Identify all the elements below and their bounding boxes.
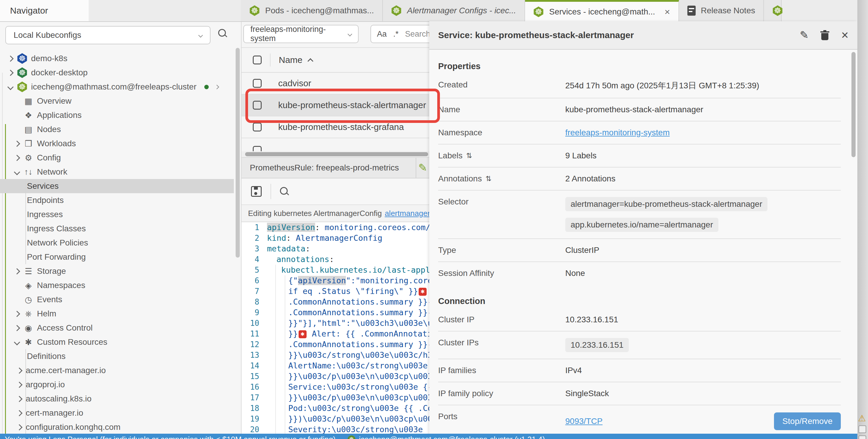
code-line: 11}}✱ Alert: {{ .CommonAnnotati	[241, 329, 429, 339]
property-label: Created	[438, 80, 565, 90]
sidebar-item-helm[interactable]: ⎈Helm	[0, 307, 234, 321]
edit-rule-button[interactable]: ✎	[416, 158, 429, 178]
row-checkbox[interactable]	[253, 101, 261, 110]
chevron-right-icon[interactable]	[16, 396, 23, 402]
chevron-right-icon[interactable]	[16, 381, 23, 387]
chevron-down-icon[interactable]	[14, 169, 20, 175]
sidebar-item-ingress-classes[interactable]: Ingress Classes	[0, 222, 234, 236]
horizontal-scrollbar[interactable]	[241, 151, 429, 158]
sidebar-item-acme-cert-manager-io[interactable]: acme.cert-manager.io	[0, 363, 234, 377]
chevron-down-icon[interactable]	[7, 83, 13, 90]
table-row-kube-prometheus-stack-grafana[interactable]: kube-prometheus-stack-grafana	[241, 116, 429, 138]
sidebar-item-namespaces[interactable]: ◈Namespaces	[0, 278, 234, 293]
yaml-editor[interactable]: 1apiVersion: monitoring.coreos.com/v12ki…	[241, 222, 429, 439]
chevron-right-icon[interactable]	[14, 310, 20, 317]
active-cluster-status[interactable]: ☸ icecheng@mathmast.com@freeleaps-cluste…	[348, 435, 545, 439]
sidebar-item-icecheng-mathmast-com-freeleaps-cluster[interactable]: ☸icecheng@mathmast.com@freeleaps-cluster	[0, 80, 234, 94]
sidebar-item-definitions[interactable]: Definitions	[0, 349, 234, 363]
sidebar-item-network-policies[interactable]: Network Policies	[0, 236, 234, 250]
events-icon: ◷	[23, 295, 33, 305]
sidebar-item-custom-resources[interactable]: ✱Custom Resources	[0, 335, 234, 349]
sidebar-item-docker-desktop[interactable]: ☸docker-desktop	[0, 66, 234, 80]
tab-clipped[interactable]: ☸	[764, 0, 782, 21]
sidebar-item-port-forwarding[interactable]: Port Forwarding	[0, 250, 234, 264]
row-checkbox[interactable]	[253, 79, 261, 88]
sidebar-search-button[interactable]	[218, 28, 228, 40]
sidebar-item-services[interactable]: Services	[0, 179, 234, 193]
chevron-right-icon[interactable]	[14, 325, 20, 331]
kubeconfig-select[interactable]: Local Kubeconfigs	[5, 26, 211, 44]
regex-icon[interactable]: .*	[393, 30, 399, 39]
table-row-cadvisor[interactable]: cadvisor	[241, 73, 429, 95]
table-row-kube-prometheus-stack-alertmanager[interactable]: kube-prometheus-stack-alertmanager	[241, 95, 429, 116]
sidebar-item-configuration-konghq-com[interactable]: configuration.konghq.com	[0, 420, 234, 434]
save-icon[interactable]	[251, 186, 261, 197]
table-row[interactable]	[241, 138, 429, 151]
panel-scrollbar[interactable]	[851, 52, 856, 157]
chevron-right-icon[interactable]	[16, 424, 23, 430]
port-action-button[interactable]: Stop/Remove	[774, 412, 841, 430]
toolbar-divider	[271, 184, 271, 199]
row-checkbox[interactable]	[253, 146, 261, 151]
chevron-right-icon[interactable]	[16, 367, 23, 373]
line-number: 10	[241, 318, 267, 329]
status-bar: You're using Lens Personal (for individu…	[0, 434, 857, 439]
select-all-checkbox[interactable]	[253, 56, 261, 64]
delete-service-button[interactable]	[820, 30, 829, 40]
close-tab-icon[interactable]: ×	[664, 6, 670, 18]
tab-alertmanager-configs-icec-[interactable]: ☸Alertmanager Configs - icec...	[383, 0, 525, 21]
line-number: 9	[241, 307, 267, 318]
sidebar-item-applications[interactable]: ❖Applications	[0, 108, 234, 122]
match-case-icon[interactable]: Aa	[377, 30, 387, 39]
editor-search-icon[interactable]	[279, 187, 289, 197]
editing-resource-link[interactable]: alertmanager	[384, 209, 429, 218]
sidebar-item-access-control[interactable]: ◉Access Control	[0, 321, 234, 335]
row-checkbox[interactable]	[253, 123, 261, 131]
sidebar-item-network[interactable]: ↑↓Network	[0, 165, 234, 179]
sidebar-scrollbar[interactable]	[236, 48, 240, 258]
chevron-right-icon[interactable]	[7, 69, 13, 76]
sidebar-item-ingresses[interactable]: Ingresses	[0, 207, 234, 222]
sidebar-item-endpoints[interactable]: Endpoints	[0, 193, 234, 207]
sidebar-item-demo-k8s[interactable]: ☸demo-k8s	[0, 52, 234, 66]
line-number: 17	[241, 392, 267, 403]
edit-service-button[interactable]: ✎	[800, 29, 809, 41]
chevron-right-icon[interactable]	[7, 55, 13, 62]
sidebar-item-events[interactable]: ◷Events	[0, 293, 234, 307]
access-control-icon: ◉	[23, 323, 33, 333]
tab-pods-icecheng-mathmas-[interactable]: ☸Pods - icecheng@mathmas...	[241, 0, 383, 21]
sidebar-item-label: Config	[37, 153, 61, 163]
sidebar-item-nodes[interactable]: ▤Nodes	[0, 122, 234, 136]
sidebar-item-workloads[interactable]: ❒Workloads	[0, 136, 234, 151]
prometheusrule-dock-tab[interactable]: PrometheusRule: freepeals-prod-metrics ✎	[241, 158, 429, 178]
sidebar-item-cert-manager-io[interactable]: cert-manager.io	[0, 406, 234, 420]
code-text: }}✱ Alert: {{ .CommonAnnotati	[267, 329, 429, 339]
tab-label: Services - icecheng@math...	[549, 7, 655, 16]
sidebar-item-overview[interactable]: ▦Overview	[0, 94, 234, 108]
name-column-header[interactable]: Name	[270, 54, 312, 66]
namespace-select[interactable]: freeleaps-monitoring-system	[243, 25, 359, 43]
code-line: 4annotations:	[241, 254, 429, 265]
tab-services-icecheng-math-[interactable]: ☸Services - icecheng@math...×	[525, 0, 679, 22]
chevron-right-icon[interactable]	[214, 85, 219, 89]
sidebar-item-config[interactable]: ⚙Config	[0, 151, 234, 165]
port-link[interactable]: 9093/TCP	[565, 416, 602, 426]
property-label: Name	[438, 105, 565, 114]
chevron-right-icon[interactable]	[14, 155, 20, 161]
sidebar-item-storage[interactable]: ☰Storage	[0, 264, 234, 278]
code-text: if eq .Status \"firing\" }}✱	[267, 286, 429, 297]
sidebar-item-argoproj-io[interactable]: argoproj.io	[0, 377, 234, 392]
sidebar-item-label: Overview	[37, 96, 71, 106]
sort-toggle-icon[interactable]: ⇅	[466, 151, 472, 160]
alert-emoji-icon: ✱	[418, 288, 427, 296]
property-link[interactable]: freeleaps-monitoring-system	[565, 128, 670, 137]
sort-toggle-icon[interactable]: ⇅	[486, 175, 491, 183]
tab-release-notes[interactable]: Release Notes	[679, 0, 764, 21]
sidebar-item-autoscaling-k8s-io[interactable]: autoscaling.k8s.io	[0, 392, 234, 406]
line-number: 1	[241, 222, 267, 233]
close-panel-button[interactable]: ×	[841, 29, 848, 41]
chevron-right-icon[interactable]	[16, 410, 23, 416]
chevron-down-icon[interactable]	[14, 339, 20, 345]
chevron-right-icon[interactable]	[14, 140, 20, 146]
chevron-right-icon[interactable]	[14, 268, 20, 274]
